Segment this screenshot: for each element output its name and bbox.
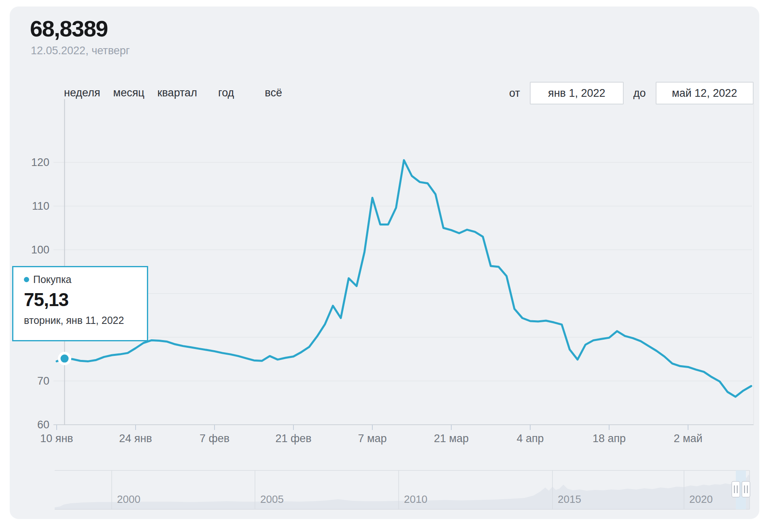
tooltip-value: 75,13 bbox=[24, 289, 147, 311]
tab-all[interactable]: всё bbox=[265, 87, 282, 99]
tooltip-series-row: Покупка bbox=[24, 274, 147, 285]
currency-widget-page: 68,8389 12.05.2022, четверг неделя месяц… bbox=[0, 0, 769, 532]
tooltip-date: вторник, янв 11, 2022 bbox=[24, 315, 147, 326]
period-tabs: неделя месяц квартал год всё bbox=[64, 87, 282, 99]
current-rate: 68,8389 bbox=[30, 15, 108, 42]
to-label: до bbox=[633, 87, 646, 100]
tab-year[interactable]: год bbox=[218, 87, 234, 99]
tooltip-series-name: Покупка bbox=[33, 274, 72, 285]
from-label: от bbox=[509, 87, 520, 100]
series-marker-icon bbox=[24, 277, 29, 282]
date-range-controls: от янв 1, 2022 до май 12, 2022 bbox=[509, 82, 754, 104]
point-tooltip: Покупка 75,13 вторник, янв 11, 2022 bbox=[12, 266, 148, 341]
tab-month[interactable]: месяц bbox=[113, 87, 144, 99]
tab-week[interactable]: неделя bbox=[64, 87, 100, 99]
date-to-input[interactable]: май 12, 2022 bbox=[656, 82, 754, 104]
date-from-input[interactable]: янв 1, 2022 bbox=[530, 82, 624, 104]
current-date: 12.05.2022, четверг bbox=[31, 45, 130, 57]
tab-quarter[interactable]: квартал bbox=[157, 87, 197, 99]
